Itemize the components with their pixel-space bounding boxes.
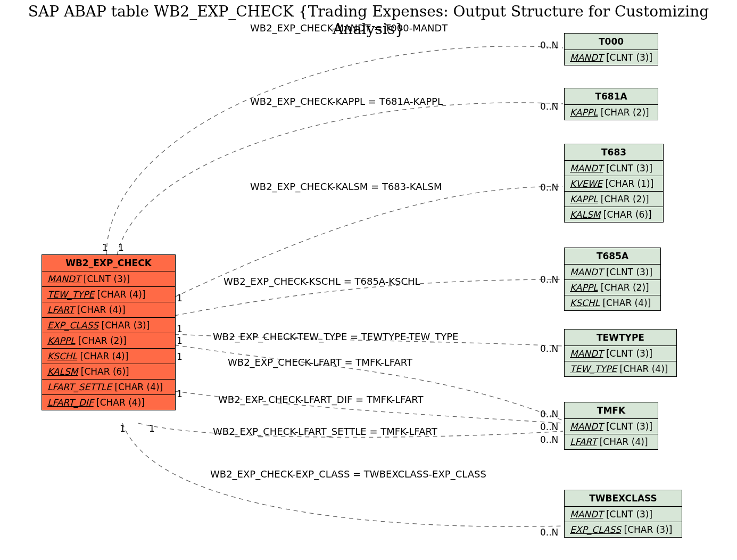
field-row: MANDT [CLNT (3)] bbox=[565, 50, 658, 65]
relation-lfset: WB2_EXP_CHECK-LFART_SETTLE = TMFK-LFART bbox=[213, 426, 437, 437]
relation-lfdif: WB2_EXP_CHECK-LFART_DIF = TMFK-LFART bbox=[218, 394, 423, 405]
card-one-5: 1 bbox=[177, 335, 183, 346]
field-row: LFART [CHAR (4)] bbox=[42, 302, 175, 318]
relation-kalsm: WB2_EXP_CHECK-KALSM = T683-KALSM bbox=[250, 181, 442, 192]
card-one-8: 1 bbox=[149, 423, 155, 434]
card-many-7: 0..N bbox=[540, 422, 558, 432]
field-row: KAPPL [CHAR (2)] bbox=[42, 333, 175, 349]
entity-header: TMFK bbox=[565, 402, 658, 419]
field-row: MANDT [CLNT (3)] bbox=[565, 346, 676, 361]
entity-t681a: T681A KAPPL [CHAR (2)] bbox=[564, 88, 658, 120]
card-many-3: 0..N bbox=[540, 182, 558, 193]
card-one-2: 1 bbox=[118, 242, 124, 253]
field-row: MANDT [CLNT (3)] bbox=[565, 265, 660, 280]
relation-lfart: WB2_EXP_CHECK-LFART = TMFK-LFART bbox=[228, 357, 412, 368]
relation-mandt: WB2_EXP_CHECK-MANDT = T000-MANDT bbox=[250, 22, 448, 34]
field-row: KAPPL [CHAR (2)] bbox=[565, 192, 663, 207]
card-one-1: 1 bbox=[102, 242, 108, 253]
field-row: LFART_SETTLE [CHAR (4)] bbox=[42, 380, 175, 395]
field-row: TEW_TYPE [CHAR (4)] bbox=[42, 287, 175, 302]
entity-header: T685A bbox=[565, 248, 660, 265]
field-row: KSCHL [CHAR (4)] bbox=[42, 349, 175, 364]
card-many-4: 0..N bbox=[540, 274, 558, 285]
entity-header: TEWTYPE bbox=[565, 330, 676, 346]
card-one-9: 1 bbox=[120, 423, 126, 434]
card-many-8: 0..N bbox=[540, 434, 558, 445]
relation-kappl: WB2_EXP_CHECK-KAPPL = T681A-KAPPL bbox=[250, 96, 443, 107]
field-row: EXP_CLASS [CHAR (3)] bbox=[42, 318, 175, 333]
entity-header: T683 bbox=[565, 144, 663, 161]
field-row: MANDT [CLNT (3)] bbox=[42, 271, 175, 287]
field-row: TEW_TYPE [CHAR (4)] bbox=[565, 361, 676, 376]
relation-kschl: WB2_EXP_CHECK-KSCHL = T685A-KSCHL bbox=[223, 276, 420, 287]
card-one-7: 1 bbox=[177, 389, 183, 399]
field-row: MANDT [CLNT (3)] bbox=[565, 507, 682, 522]
relation-expc: WB2_EXP_CHECK-EXP_CLASS = TWBEXCLASS-EXP… bbox=[210, 468, 486, 480]
field-row: KVEWE [CHAR (1)] bbox=[565, 176, 663, 192]
field-row: KAPPL [CHAR (2)] bbox=[565, 280, 660, 295]
field-row: LFART [CHAR (4)] bbox=[565, 434, 658, 449]
entity-t685a: T685A MANDT [CLNT (3)] KAPPL [CHAR (2)] … bbox=[564, 248, 661, 311]
field-row: KALSM [CHAR (6)] bbox=[42, 364, 175, 380]
field-row: KSCHL [CHAR (4)] bbox=[565, 295, 660, 310]
entity-t683: T683 MANDT [CLNT (3)] KVEWE [CHAR (1)] K… bbox=[564, 144, 664, 223]
entity-t000: T000 MANDT [CLNT (3)] bbox=[564, 33, 658, 65]
card-one-4: 1 bbox=[177, 324, 183, 334]
entity-header: TWBEXCLASS bbox=[565, 490, 682, 507]
relation-tew: WB2_EXP_CHECK-TEW_TYPE = TEWTYPE-TEW_TYP… bbox=[213, 331, 458, 342]
entity-header: WB2_EXP_CHECK bbox=[42, 255, 175, 271]
field-row: KALSM [CHAR (6)] bbox=[565, 207, 663, 222]
card-one-6: 1 bbox=[177, 351, 183, 362]
card-many-5: 0..N bbox=[540, 343, 558, 354]
entity-twbexclass: TWBEXCLASS MANDT [CLNT (3)] EXP_CLASS [C… bbox=[564, 490, 682, 538]
entity-wb2-exp-check: WB2_EXP_CHECK MANDT [CLNT (3)] TEW_TYPE … bbox=[42, 254, 176, 410]
field-row: MANDT [CLNT (3)] bbox=[565, 419, 658, 434]
field-row: MANDT [CLNT (3)] bbox=[565, 161, 663, 176]
card-many-9: 0..N bbox=[540, 527, 558, 538]
entity-header: T000 bbox=[565, 34, 658, 50]
card-one-3: 1 bbox=[177, 293, 183, 303]
card-many-6: 0..N bbox=[540, 409, 558, 419]
entity-header: T681A bbox=[565, 88, 658, 105]
field-row: LFART_DIF [CHAR (4)] bbox=[42, 395, 175, 410]
field-row: EXP_CLASS [CHAR (3)] bbox=[565, 522, 682, 537]
card-many-1: 0..N bbox=[540, 40, 558, 51]
entity-tmfk: TMFK MANDT [CLNT (3)] LFART [CHAR (4)] bbox=[564, 402, 658, 450]
field-row: KAPPL [CHAR (2)] bbox=[565, 105, 658, 120]
card-many-2: 0..N bbox=[540, 101, 558, 112]
entity-tewtype: TEWTYPE MANDT [CLNT (3)] TEW_TYPE [CHAR … bbox=[564, 329, 677, 377]
